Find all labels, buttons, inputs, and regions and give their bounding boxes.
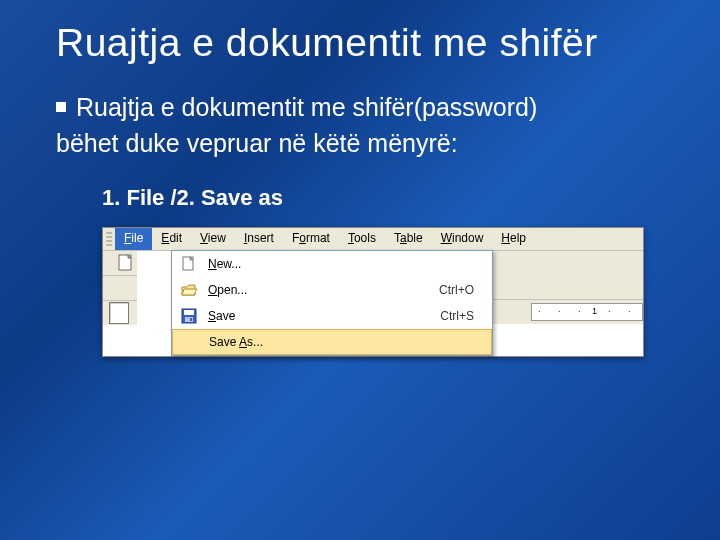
toolbar-right — [493, 251, 643, 300]
ruler-row-left — [103, 301, 137, 325]
dd-open-label: Open... — [208, 283, 439, 297]
saveas-icon — [181, 333, 199, 351]
dd-save[interactable]: Save Ctrl+S — [172, 303, 492, 329]
dd-saveas-label: Save As... — [209, 335, 473, 349]
file-dropdown: New... Open... Ctrl+O Save Ctrl+S — [171, 250, 493, 356]
grip-icon — [106, 230, 112, 248]
word-screenshot: File Edit View Insert Format Tools Table… — [102, 227, 644, 357]
menu-table[interactable]: Table — [385, 228, 432, 250]
menu-file[interactable]: File — [115, 228, 152, 250]
menu-table-label: Table — [394, 231, 423, 245]
menu-view-label: View — [200, 231, 226, 245]
save-icon — [180, 307, 198, 325]
dd-open[interactable]: Open... Ctrl+O — [172, 277, 492, 303]
menu-edit-label: Edit — [161, 231, 182, 245]
body-line2: bëhet duke vepruar në këtë mënyrë: — [56, 129, 458, 157]
menu-window[interactable]: Window — [432, 228, 493, 250]
dd-save-label: Save — [208, 309, 440, 323]
new-doc-icon[interactable] — [117, 253, 134, 273]
menu-view[interactable]: View — [191, 228, 235, 250]
ruler: · · · 1 · · — [531, 303, 643, 321]
menu-format-label: Format — [292, 231, 330, 245]
menubar: File Edit View Insert Format Tools Table… — [103, 228, 643, 251]
dd-saveas[interactable]: Save As... — [172, 329, 492, 355]
body-line1: Ruajtja e dokumentit me shifër(password) — [76, 93, 537, 121]
menu-window-label: Window — [441, 231, 484, 245]
dd-save-short: Ctrl+S — [440, 309, 484, 323]
ruler-mark: 1 — [592, 306, 597, 316]
open-icon — [180, 281, 198, 299]
menu-insert-label: Insert — [244, 231, 274, 245]
bullet-icon — [56, 102, 66, 112]
menu-file-label: ile — [131, 231, 143, 245]
menu-edit[interactable]: Edit — [152, 228, 191, 250]
dd-new[interactable]: New... — [172, 251, 492, 277]
toolbar-2 — [103, 276, 137, 301]
slide-body: Ruajtja e dokumentit me shifër(password)… — [56, 89, 680, 162]
menu-format[interactable]: Format — [283, 228, 339, 250]
dd-open-short: Ctrl+O — [439, 283, 484, 297]
step-text: 1. File /2. Save as — [102, 185, 680, 211]
page-corner-icon — [109, 302, 129, 324]
toolbar — [103, 251, 137, 276]
slide-title: Ruajtja e dokumentit me shifër — [56, 20, 680, 67]
menu-help-label: Help — [501, 231, 526, 245]
svg-rect-5 — [190, 318, 192, 321]
menu-insert[interactable]: Insert — [235, 228, 283, 250]
menu-help[interactable]: Help — [492, 228, 535, 250]
new-icon — [180, 255, 198, 273]
menu-tools-label: Tools — [348, 231, 376, 245]
ruler-row: · · · 1 · · — [493, 300, 643, 324]
svg-rect-3 — [184, 310, 194, 315]
dd-new-label: New... — [208, 257, 474, 271]
menu-tools[interactable]: Tools — [339, 228, 385, 250]
